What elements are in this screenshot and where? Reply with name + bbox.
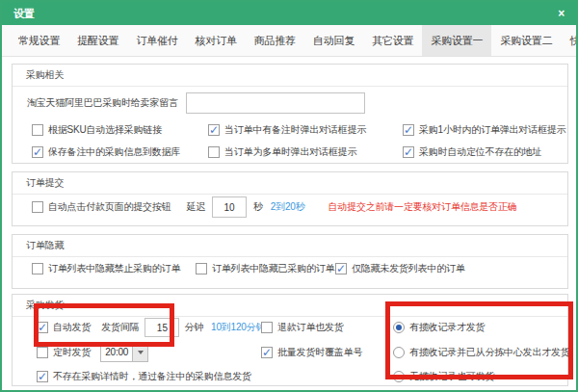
- seller-message-label: 淘宝天猫阿里巴巴采购时给卖家留言: [27, 96, 178, 110]
- section-purchase-ship: 采购发货 自动发货 发货间隔 分钟 10到120分钟 退款订单也发货 有揽收记录…: [12, 294, 568, 386]
- checkbox-icon[interactable]: [208, 124, 220, 136]
- section-purchase-related: 采购相关 淘宝天猫阿里巴巴采购时给卖家留言 根据SKU自动选择采购链接 当订单中…: [12, 64, 568, 164]
- tab-reminder[interactable]: 提醒设置: [68, 25, 127, 56]
- tab-purchase-settings-1[interactable]: 采购设置一: [422, 25, 491, 56]
- tab-product-recommend[interactable]: 商品推荐: [246, 25, 304, 56]
- checkbox-hide-purchased[interactable]: 订单列表中隐藏已采购的订单: [196, 259, 334, 278]
- checkbox-label[interactable]: 采购时自动定位不存在的地址: [419, 145, 541, 159]
- checkbox-icon[interactable]: [208, 146, 220, 158]
- checkbox-fallback-note-ship[interactable]: 不存在采购详情时，通过备注中的采购信息发货: [37, 367, 251, 386]
- checkbox-auto-ship-icon[interactable]: [37, 322, 48, 333]
- delay-label: 延迟: [186, 200, 205, 214]
- checkbox-hide-forbidden[interactable]: 订单列表中隐藏禁止采购的订单: [32, 259, 180, 278]
- radio-ship-from-sorting-center[interactable]: 有揽收记录并已从分拣中心发出才发货: [393, 343, 570, 362]
- checkbox-timed-ship-label[interactable]: 定时发货: [53, 346, 91, 359]
- checkbox-icon[interactable]: [261, 322, 273, 333]
- auto-ship-row: 自动发货 发货间隔 分钟 10到120分钟: [37, 318, 265, 337]
- tab-order-check[interactable]: 核对订单: [187, 25, 246, 56]
- checkbox-multi-order-popup[interactable]: 当订单为多单时弹出对话框提示: [208, 143, 356, 162]
- interval-range-hint: 10到120分钟: [211, 321, 265, 334]
- timed-ship-row: 定时发货 20:00: [37, 343, 148, 362]
- checkbox-auto-submit-icon[interactable]: [32, 201, 43, 213]
- checkbox-auto-locate-address[interactable]: 采购时自动定位不存在的地址: [403, 143, 541, 162]
- close-icon[interactable]: ×: [558, 8, 565, 19]
- window-title: 设置: [13, 7, 35, 21]
- checkbox-icon[interactable]: [196, 263, 207, 274]
- delay-unit: 秒: [253, 200, 263, 214]
- title-bar: 设置 ×: [2, 2, 576, 25]
- seller-message-row: 淘宝天猫阿里巴巴采购时给卖家留言: [27, 93, 365, 113]
- timed-ship-time-value[interactable]: 20:00: [101, 344, 132, 361]
- checkbox-label[interactable]: 当订单为多单时弹出对话框提示: [224, 145, 356, 159]
- radio-icon[interactable]: [393, 347, 405, 358]
- checkbox-label[interactable]: 订单列表中隐藏禁止采购的订单: [48, 262, 180, 275]
- checkbox-label[interactable]: 保存备注中的采购信息到数据库: [48, 145, 180, 159]
- checkbox-note-popup[interactable]: 当订单中有备注时弹出对话框提示: [208, 120, 366, 140]
- checkbox-icon[interactable]: [261, 347, 273, 358]
- chevron-down-icon: [138, 351, 144, 354]
- checkbox-save-note-db[interactable]: 保存备注中的采购信息到数据库: [32, 143, 180, 162]
- checkbox-icon[interactable]: [37, 371, 48, 382]
- radio-label[interactable]: 有揽收记录才发货: [409, 321, 485, 334]
- checkbox-auto-ship-label[interactable]: 自动发货: [53, 321, 91, 334]
- tab-general[interactable]: 常规设置: [10, 25, 68, 56]
- radio-label[interactable]: 无揽收记录也可发货: [409, 370, 494, 383]
- section-title: 采购发货: [13, 295, 567, 317]
- tab-express-mapping[interactable]: 快递对应表: [561, 25, 578, 56]
- checkbox-icon[interactable]: [403, 146, 414, 158]
- seller-message-input[interactable]: [186, 92, 365, 114]
- checkbox-label[interactable]: 不存在采购详情时，通过备注中的采购信息发货: [53, 370, 251, 383]
- tab-auto-reply[interactable]: 自动回复: [304, 25, 363, 56]
- radio-label[interactable]: 有揽收记录并已从分拣中心发出才发货: [409, 346, 570, 359]
- checkbox-sku-auto-link[interactable]: 根据SKU自动选择采购链接: [32, 120, 162, 140]
- checkbox-label[interactable]: 采购1小时内的订单弹出对话框提示: [419, 123, 565, 137]
- radio-ship-with-pickup[interactable]: 有揽收记录才发货: [393, 318, 485, 337]
- interval-label: 发货间隔: [101, 321, 139, 334]
- section-title: 订单隐藏: [13, 235, 567, 257]
- checkbox-label[interactable]: 退款订单也发货: [277, 321, 344, 334]
- checkbox-icon[interactable]: [32, 146, 43, 158]
- timed-ship-time-select[interactable]: 20:00: [100, 343, 148, 362]
- checkbox-label[interactable]: 仅隐藏未发货列表中的订单: [352, 262, 465, 275]
- checkbox-icon[interactable]: [335, 263, 347, 274]
- order-submit-row: 自动点击付款页面的提交按钮 延迟 秒 2到20秒 自动提交之前请一定要核对订单信…: [32, 197, 517, 217]
- section-title: 订单提交: [13, 172, 567, 195]
- radio-icon[interactable]: [393, 322, 405, 333]
- checkbox-icon[interactable]: [403, 124, 414, 136]
- interval-input[interactable]: [144, 318, 179, 337]
- checkbox-hide-unshipped-only[interactable]: 仅隐藏未发货列表中的订单: [335, 259, 465, 278]
- checkbox-label[interactable]: 订单列表中隐藏已采购的订单: [212, 262, 334, 275]
- tab-other[interactable]: 其它设置: [363, 25, 422, 56]
- tab-purchase-settings-2[interactable]: 采购设置二: [491, 25, 561, 56]
- checkbox-timed-ship-icon[interactable]: [37, 347, 48, 358]
- tab-bar: 常规设置 提醒设置 订单催付 核对订单 商品推荐 自动回复 其它设置 采购设置一…: [2, 25, 576, 57]
- checkbox-refund-ship[interactable]: 退款订单也发货: [261, 318, 344, 337]
- section-order-submit: 订单提交 自动点击付款页面的提交按钮 延迟 秒 2到20秒 自动提交之前请一定要…: [12, 171, 568, 226]
- checkbox-label[interactable]: 根据SKU自动选择采购链接: [48, 123, 162, 137]
- radio-icon[interactable]: [393, 371, 405, 382]
- delay-range-hint: 2到20秒: [271, 200, 305, 214]
- checkbox-label[interactable]: 当订单中有备注时弹出对话框提示: [224, 123, 366, 137]
- checkbox-overwrite-tracking[interactable]: 批量发货时覆盖单号: [261, 343, 362, 362]
- section-title: 采购相关: [13, 65, 567, 87]
- delay-input[interactable]: [212, 196, 247, 218]
- submit-warning-text: 自动提交之前请一定要核对订单信息是否正确: [328, 200, 517, 214]
- interval-unit: 分钟: [184, 321, 203, 334]
- checkbox-label[interactable]: 批量发货时覆盖单号: [277, 346, 362, 359]
- checkbox-1hour-popup[interactable]: 采购1小时内的订单弹出对话框提示: [403, 120, 565, 140]
- checkbox-auto-submit-label[interactable]: 自动点击付款页面的提交按钮: [48, 200, 171, 214]
- checkbox-icon[interactable]: [32, 124, 43, 136]
- section-order-hide: 订单隐藏 订单列表中隐藏禁止采购的订单 订单列表中隐藏已采购的订单 仅隐藏未发货…: [12, 234, 568, 289]
- settings-dialog: 设置 × 常规设置 提醒设置 订单催付 核对订单 商品推荐 自动回复 其它设置 …: [0, 0, 578, 392]
- checkbox-icon[interactable]: [32, 263, 43, 274]
- tab-order-urge[interactable]: 订单催付: [127, 25, 186, 56]
- time-dropdown-button[interactable]: [132, 344, 147, 361]
- radio-ship-without-pickup[interactable]: 无揽收记录也可发货: [393, 367, 494, 386]
